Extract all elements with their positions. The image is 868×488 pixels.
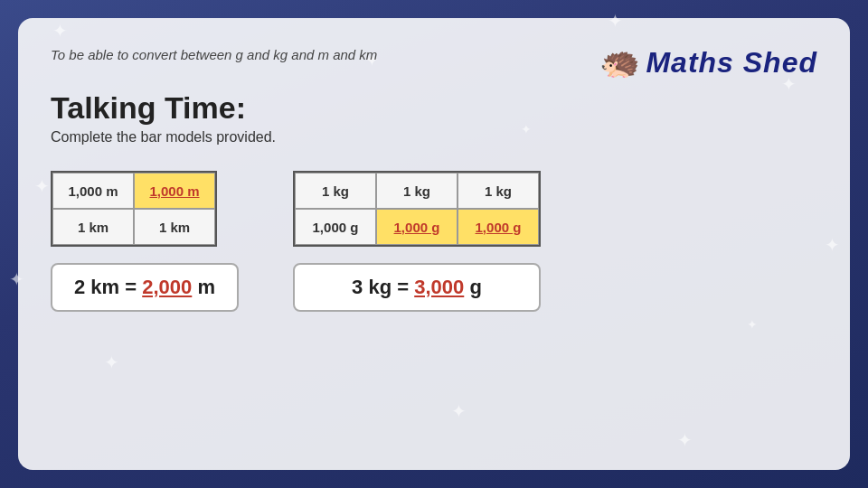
km-cell-0-1: 1,000 m — [134, 173, 215, 209]
logo-area: 🦔 Maths Shed — [599, 43, 817, 81]
bar-models-row: 1,000 m 1,000 m 1 km 1 km 2 km = 2,000 m… — [51, 171, 817, 312]
content-area: To be able to convert between g and kg a… — [18, 18, 850, 470]
main-title: Talking Time: — [51, 90, 817, 126]
answer-kg-prefix: 3 kg = — [352, 276, 414, 298]
answer-kg-value: 3,000 — [414, 276, 464, 298]
answer-kg-suffix: g — [464, 276, 482, 298]
kg-cell-1-2: 1,000 g — [458, 209, 539, 245]
kg-cell-1-1: 1,000 g — [376, 209, 458, 245]
kg-cell-0-0: 1 kg — [295, 173, 376, 209]
logo-icon: 🦔 — [599, 43, 640, 81]
bar-grid-kg: 1 kg 1 kg 1 kg 1,000 g 1,000 g 1,000 g — [293, 171, 541, 247]
bar-model-kg-section: 1 kg 1 kg 1 kg 1,000 g 1,000 g 1,000 g 3… — [293, 171, 541, 312]
answer-km-value: 2,000 — [142, 276, 192, 298]
answer-km-prefix: 2 km = — [74, 276, 142, 298]
bar-grid-km: 1,000 m 1,000 m 1 km 1 km — [51, 171, 217, 247]
kg-cell-0-1: 1 kg — [376, 173, 458, 209]
bar-model-km-section: 1,000 m 1,000 m 1 km 1 km 2 km = 2,000 m — [51, 171, 239, 312]
km-cell-0-0: 1,000 m — [52, 173, 134, 209]
km-cell-1-0: 1 km — [52, 209, 134, 245]
kg-cell-1-0: 1,000 g — [295, 209, 376, 245]
subtitle: To be able to convert between g and kg a… — [51, 47, 377, 62]
instruction: Complete the bar models provided. — [51, 129, 817, 145]
km-cell-1-1: 1 km — [134, 209, 215, 245]
logo-text: Maths Shed — [646, 46, 817, 80]
answer-box-kg: 3 kg = 3,000 g — [293, 263, 541, 312]
answer-km-suffix: m — [192, 276, 215, 298]
answer-box-km: 2 km = 2,000 m — [51, 263, 239, 312]
kg-cell-0-2: 1 kg — [458, 173, 539, 209]
header-row: To be able to convert between g and kg a… — [51, 43, 817, 81]
